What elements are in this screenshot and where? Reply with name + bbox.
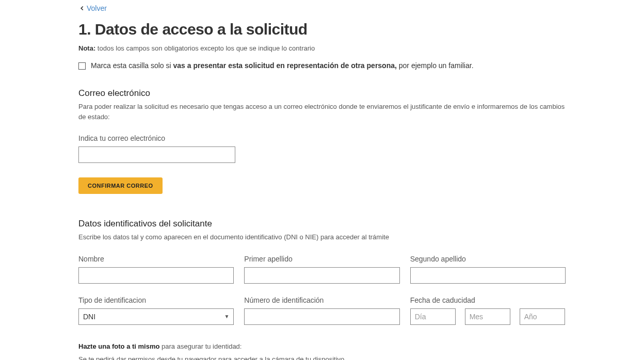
representation-checkbox[interactable] xyxy=(78,62,86,70)
numero-id-label: Número de identificación xyxy=(244,296,399,304)
apellido2-input[interactable] xyxy=(410,267,566,284)
photo-line-1: Hazte una foto a ti mismo para asegurar … xyxy=(78,342,566,350)
tipo-id-select[interactable]: DNI ▼ xyxy=(78,308,234,325)
nombre-label: Nombre xyxy=(78,255,234,263)
confirm-email-button[interactable]: CONFIRMAR CORREO xyxy=(78,177,163,194)
note-line: Nota: todos los campos son obligatorios … xyxy=(78,44,566,52)
chevron-down-icon: ▼ xyxy=(224,314,229,319)
note-text: todos los campos son obligatorios except… xyxy=(95,44,315,52)
dia-input[interactable] xyxy=(410,308,456,325)
note-prefix: Nota: xyxy=(78,44,95,52)
representation-checkbox-row: Marca esta casilla solo si vas a present… xyxy=(78,61,566,70)
photo-section: Hazte una foto a ti mismo para asegurar … xyxy=(78,342,566,361)
apellido1-label: Primer apellido xyxy=(244,255,399,263)
tipo-id-label: Tipo de identificacion xyxy=(78,296,234,304)
id-section: Datos identificativos del solicitante Es… xyxy=(78,219,566,360)
back-link[interactable]: Volver xyxy=(78,4,107,12)
fecha-label: Fecha de caducidad xyxy=(410,296,566,304)
page-title: 1. Datos de acceso a la solicitud xyxy=(78,21,566,38)
email-section-desc: Para poder realizar la solicitud es nece… xyxy=(78,102,566,122)
apellido1-input[interactable] xyxy=(244,267,399,284)
id-section-desc: Escribe los datos tal y como aparecen en… xyxy=(78,232,566,242)
tipo-id-value: DNI xyxy=(83,313,95,321)
nombre-input[interactable] xyxy=(78,267,234,284)
mes-input[interactable] xyxy=(465,308,510,325)
id-section-title: Datos identificativos del solicitante xyxy=(78,219,566,229)
apellido2-label: Segundo apellido xyxy=(410,255,566,263)
photo-line-2: Se te pedirá dar permisos desde tu naveg… xyxy=(78,355,566,361)
numero-id-input[interactable] xyxy=(244,308,399,325)
back-label: Volver xyxy=(87,4,107,12)
email-input[interactable] xyxy=(78,146,235,163)
ano-input[interactable] xyxy=(520,308,565,325)
chevron-left-icon xyxy=(78,5,86,12)
email-section: Correo electrónico Para poder realizar l… xyxy=(78,88,566,194)
email-label: Indica tu correo electrónico xyxy=(78,134,566,142)
representation-label: Marca esta casilla solo si vas a present… xyxy=(91,61,474,70)
email-section-title: Correo electrónico xyxy=(78,88,566,99)
